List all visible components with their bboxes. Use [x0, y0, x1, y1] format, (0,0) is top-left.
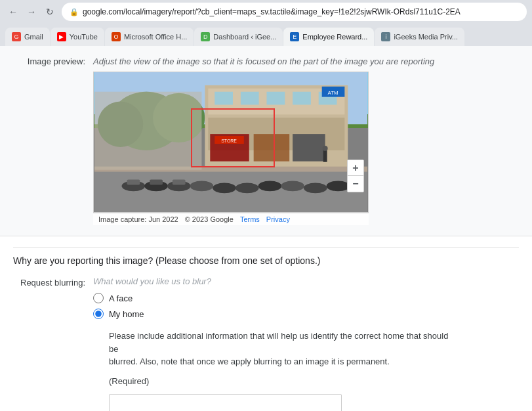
tab-gmail[interactable]: G Gmail: [5, 28, 50, 46]
svg-rect-8: [266, 92, 285, 105]
radio-home-label: My home: [109, 309, 144, 319]
radio-home-input[interactable]: [93, 309, 104, 319]
address-bar[interactable]: 🔒 google.com/local/imagery/report/?cb_cl…: [62, 3, 527, 21]
svg-point-22: [213, 183, 236, 193]
svg-rect-32: [323, 150, 327, 162]
nav-controls: ← → ↻: [5, 4, 58, 20]
terms-link[interactable]: Terms: [240, 215, 260, 223]
svg-text:ATM: ATM: [327, 90, 338, 96]
image-preview-description: Adjust the view of the image so that it …: [93, 56, 434, 66]
svg-point-23: [235, 183, 259, 193]
tab-dashboard[interactable]: D Dashboard ‹ iGee...: [194, 28, 283, 46]
blur-options: A face My home Please include additional…: [93, 293, 519, 411]
tab-label-employee: Employee Reward...: [302, 33, 367, 41]
image-container: STORE: [93, 72, 369, 225]
tab-microsoft[interactable]: O Microsoft Office H...: [105, 28, 194, 46]
svg-point-24: [258, 181, 282, 191]
image-footer: Image capture: Jun 2022 © 2023 Google Te…: [93, 213, 369, 225]
tab-label-gmail: Gmail: [24, 33, 43, 41]
nav-bar: ← → ↻ 🔒 google.com/local/imagery/report/…: [0, 0, 532, 24]
tab-label-igeeks: iGeeks Media Priv...: [394, 33, 458, 41]
report-section: Why are you reporting this image? (Pleas…: [0, 236, 532, 411]
tab-favicon-youtube: ▶: [57, 32, 66, 41]
svg-rect-13: [254, 134, 289, 162]
tab-employee[interactable]: E Employee Reward...: [283, 28, 374, 46]
home-desc-line1: Please include additional information th…: [109, 331, 448, 354]
browser-chrome: ← → ↻ 🔒 google.com/local/imagery/report/…: [0, 0, 532, 46]
forward-button[interactable]: →: [24, 4, 39, 20]
svg-rect-34: [94, 92, 201, 170]
request-blur-row: Request blurring: What would you like us…: [13, 276, 519, 411]
radio-face-label: A face: [109, 293, 133, 303]
image-preview-label: Image preview:: [13, 56, 85, 66]
svg-point-27: [327, 181, 350, 191]
capture-date: Image capture: Jun 2022: [98, 215, 178, 223]
svg-rect-29: [150, 179, 163, 184]
request-field: What would you like us to blur? A face M…: [93, 276, 519, 411]
tab-igeeks[interactable]: i iGeeks Media Priv...: [375, 28, 464, 46]
svg-text:STORE: STORE: [221, 139, 237, 143]
home-description: Please include additional information th…: [109, 330, 450, 368]
zoom-out-button[interactable]: −: [348, 176, 363, 192]
report-title: Why are you reporting this image? (Pleas…: [13, 255, 519, 266]
svg-point-21: [190, 181, 214, 191]
request-label: Request blurring:: [13, 276, 85, 288]
svg-rect-28: [127, 179, 140, 184]
privacy-link[interactable]: Privacy: [266, 215, 290, 223]
radio-face-item[interactable]: A face: [93, 293, 519, 303]
svg-point-33: [323, 146, 328, 151]
required-label: (Required): [109, 376, 519, 386]
tab-label-youtube: YouTube: [70, 33, 98, 41]
street-scene-svg: STORE: [94, 72, 368, 212]
copyright-text: © 2023 Google: [185, 215, 234, 223]
zoom-in-button[interactable]: +: [348, 160, 363, 176]
back-button[interactable]: ←: [5, 4, 21, 20]
lock-icon: 🔒: [70, 8, 79, 16]
svg-rect-6: [215, 92, 233, 105]
tab-favicon-igeeks: i: [381, 32, 390, 41]
svg-point-25: [281, 181, 304, 191]
zoom-controls: + −: [347, 160, 364, 192]
tab-youtube[interactable]: ▶ YouTube: [51, 28, 104, 46]
tab-favicon-dashboard: D: [201, 32, 210, 41]
tab-label-microsoft: Microsoft Office H...: [124, 33, 187, 41]
image-preview-section: Image preview: Adjust the view of the im…: [0, 46, 532, 236]
request-placeholder: What would you like us to blur?: [93, 276, 211, 286]
svg-rect-7: [241, 92, 259, 105]
svg-point-26: [304, 183, 327, 193]
radio-home-item[interactable]: My home: [93, 309, 519, 319]
tab-favicon-employee: E: [290, 32, 299, 41]
reload-button[interactable]: ↻: [42, 4, 58, 20]
tab-favicon-gmail: G: [12, 32, 21, 41]
street-view-image[interactable]: STORE: [93, 72, 369, 213]
tab-favicon-microsoft: O: [112, 32, 121, 41]
svg-rect-14: [293, 134, 325, 162]
page-content: Image preview: Adjust the view of the im…: [0, 46, 532, 411]
tab-label-dashboard: Dashboard ‹ iGee...: [213, 33, 276, 41]
home-info-textarea[interactable]: [109, 394, 342, 412]
svg-rect-9: [293, 92, 311, 105]
tabs-bar: G Gmail ▶ YouTube O Microsoft Office H..…: [0, 24, 532, 46]
radio-face-input[interactable]: [93, 293, 104, 303]
divider: [13, 247, 519, 248]
home-desc-line2: blurred. Also, note that once we apply b…: [109, 357, 390, 366]
image-preview-label-row: Image preview: Adjust the view of the im…: [13, 56, 519, 66]
svg-rect-30: [173, 179, 186, 184]
url-text: google.com/local/imagery/report/?cb_clie…: [83, 7, 460, 16]
